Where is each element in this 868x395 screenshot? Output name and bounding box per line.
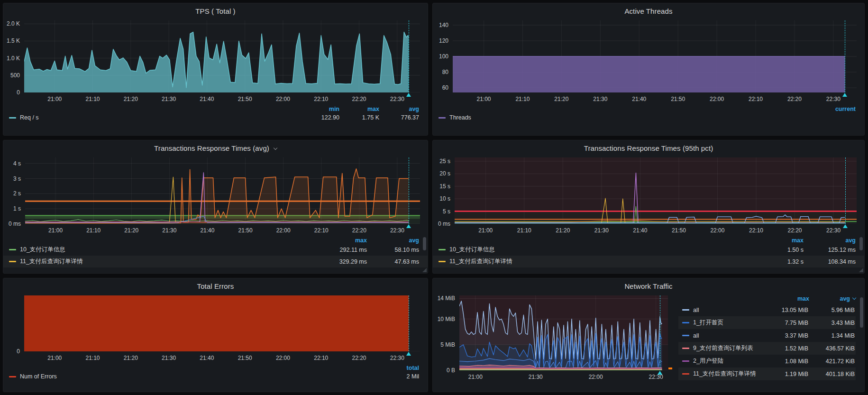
rt-95-y-axis: 0 ms5 s10 s15 s20 s25 s: [433, 157, 455, 224]
series-name-10[interactable]: 10_支付订单信息: [449, 246, 495, 254]
series-dash-10: [9, 249, 16, 250]
x-tick-label: 21:20: [124, 355, 138, 361]
series-name-order-detail[interactable]: 11_支付后查询订单详情: [693, 370, 762, 378]
panel-tps: TPS ( Total ) 05001.0 K1.5 K2.0 K 21:002…: [3, 3, 428, 136]
panel-header-rt-avg[interactable]: Transactions Response Times (avg): [3, 140, 428, 153]
legend-header-max[interactable]: max: [315, 237, 367, 244]
errors-chart[interactable]: [24, 295, 420, 351]
series-name-all2[interactable]: all: [693, 332, 762, 339]
rt-avg-chart[interactable]: [25, 157, 420, 224]
all2-max-value: 3.37 MiB: [762, 332, 808, 339]
series-name-errors[interactable]: Num of Errors: [20, 373, 57, 380]
x-tick-label: 21:40: [200, 96, 214, 102]
x-tick-label: 21:30: [529, 374, 543, 380]
x-tick-label: 22:30: [649, 374, 663, 380]
x-tick-label: 21:40: [200, 355, 214, 361]
x-tick-label: 21:20: [554, 96, 568, 102]
legend-scrollbar[interactable]: [423, 237, 426, 250]
series-name-threads[interactable]: Threads: [449, 114, 471, 121]
y-tick-label: 5 MiB: [440, 341, 455, 348]
series-dash-all: [682, 309, 689, 311]
threshold-handle-icon[interactable]: [668, 367, 672, 369]
series-name-reqs[interactable]: Req / s: [20, 114, 39, 121]
legend-header-avg[interactable]: avg: [379, 106, 419, 112]
panel-resize-handle[interactable]: [859, 268, 863, 272]
legend-header-max[interactable]: max: [763, 295, 809, 302]
legend-header-max[interactable]: max: [339, 106, 379, 112]
series-name-homepage[interactable]: 1_打开首页: [693, 319, 762, 327]
threads-chart[interactable]: [453, 20, 857, 92]
row11-avg-value: 47.63 ms: [367, 258, 419, 265]
legend-row-order-list: 9_支付前查询订单列表 1.52 MiB 436.57 KiB: [678, 342, 856, 355]
x-tick-label: 22:30: [826, 227, 841, 234]
x-tick-label: 21:30: [162, 96, 176, 102]
y-tick-label: 0 B: [447, 367, 455, 374]
x-tick-label: 21:30: [162, 355, 176, 361]
rt-95-chart[interactable]: [455, 157, 857, 224]
x-tick-label: 22:10: [749, 227, 763, 234]
series-name-order-list[interactable]: 9_支付前查询订单列表: [693, 344, 762, 352]
legend-row-login: 2_用户登陆 1.08 MiB 421.72 KiB: [678, 355, 856, 367]
chevron-down-icon[interactable]: [274, 146, 277, 150]
legend-header-avg[interactable]: avg: [367, 237, 419, 244]
x-tick-label: 22:30: [826, 96, 841, 102]
x-tick-label: 21:50: [672, 227, 686, 234]
x-tick-label: 21:00: [48, 227, 63, 234]
panel-rt-avg: Transactions Response Times (avg) 0 ms1 …: [3, 140, 428, 274]
series-name-all[interactable]: all: [693, 307, 762, 313]
threads-legend-header: current: [433, 106, 864, 112]
rt-avg-legend: max avg 10_支付订单信息 292.11 ms 58.10 ms 11_…: [3, 235, 428, 267]
x-tick-label: 21:30: [594, 227, 609, 234]
panel-resize-handle[interactable]: [422, 268, 427, 272]
legend-header-total[interactable]: total: [386, 365, 419, 371]
x-tick-label: 21:00: [47, 96, 62, 102]
y-tick-label: 14 MiB: [438, 295, 455, 302]
current-time-marker: [409, 20, 409, 92]
rt-95-legend-header: max avg: [433, 237, 864, 244]
legend-row-order-detail: 11_支付后查询订单详情 1.19 MiB 401.18 KiB: [678, 367, 856, 380]
panel-header-rt-95[interactable]: Transactions Response Times (95th pct): [433, 140, 864, 153]
panel-header-tps[interactable]: TPS ( Total ): [3, 3, 428, 16]
net-chart[interactable]: [459, 295, 668, 370]
x-tick-label: 21:50: [238, 96, 252, 102]
net-legend: max avg all 13.05 MiB 5.96 MiB 1_打开首页 7.…: [676, 291, 864, 392]
legend-header-current[interactable]: current: [816, 106, 856, 112]
all2-avg-value: 1.34 MiB: [808, 332, 855, 339]
legend-header-max[interactable]: max: [751, 237, 804, 244]
x-tick-label: 21:40: [633, 227, 647, 234]
x-tick-label: 21:00: [477, 96, 491, 102]
legend-header-avg[interactable]: avg: [804, 237, 856, 244]
errors-legend-header: total: [3, 365, 428, 371]
y-tick-label: 10 s: [439, 195, 450, 202]
errors-y-axis: 05 K10 K15 K: [3, 295, 24, 351]
legend-scrollbar[interactable]: [860, 297, 863, 328]
errors-x-axis: 21:0021:1021:2021:3021:4021:5022:0022:10…: [24, 351, 420, 363]
legend-row-11: 11_支付后查询订单详情 1.32 s 108.34 ms: [433, 256, 864, 267]
row11-max-value: 329.29 ms: [315, 258, 367, 265]
y-tick-label: 25 s: [439, 158, 450, 165]
all-max-value: 13.05 MiB: [762, 307, 808, 313]
legend-header-min[interactable]: min: [300, 106, 339, 112]
legend-row-10: 10_支付订单信息 292.11 ms 58.10 ms: [3, 244, 428, 256]
order-detail-avg-value: 401.18 KiB: [808, 371, 855, 377]
panel-header-errors[interactable]: Total Errors: [3, 278, 428, 291]
x-tick-label: 21:10: [86, 227, 101, 234]
y-tick-label: 100: [439, 53, 448, 60]
series-name-11[interactable]: 11_支付后查询订单详情: [20, 257, 82, 266]
x-tick-label: 21:10: [86, 355, 100, 361]
series-name-10[interactable]: 10_支付订单信息: [20, 246, 65, 254]
series-dash-reqs: [9, 117, 16, 119]
legend-header-avg-sort[interactable]: avg: [809, 295, 856, 302]
x-tick-label: 21:20: [124, 96, 138, 102]
y-tick-label: 500: [10, 72, 20, 79]
series-name-11[interactable]: 11_支付后查询订单详情: [449, 257, 512, 266]
login-avg-value: 421.72 KiB: [808, 358, 855, 365]
series-dash-errors: [9, 376, 16, 377]
x-tick-label: 21:50: [238, 355, 252, 361]
current-time-marker: [409, 295, 409, 351]
panel-header-threads[interactable]: Active Threads: [433, 3, 864, 16]
series-name-login[interactable]: 2_用户登陆: [693, 357, 762, 365]
tps-chart[interactable]: [24, 20, 420, 92]
legend-scrollbar[interactable]: [859, 237, 863, 250]
panel-header-net[interactable]: Network Traffic: [433, 278, 864, 291]
